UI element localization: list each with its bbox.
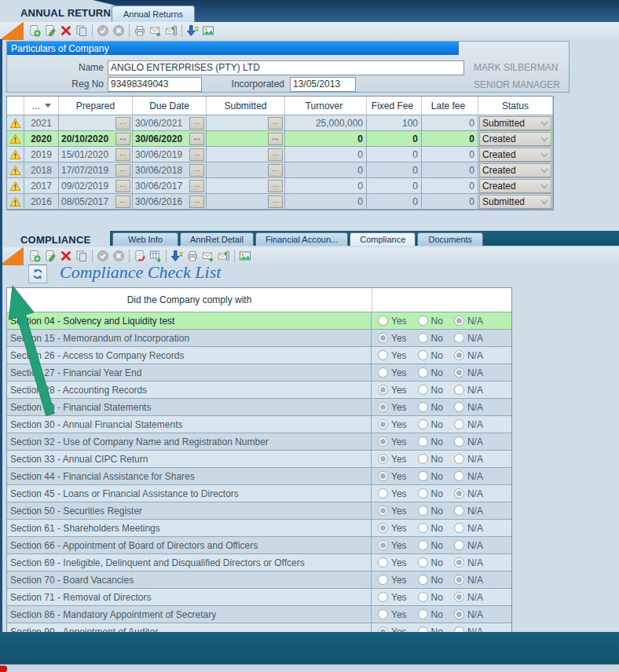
incorporated-field[interactable]: 13/05/2013 [290, 77, 356, 92]
compliance-row[interactable]: Section 33 - Annual CIPC ReturnYesNoN/A [7, 451, 511, 468]
radio-option-na[interactable]: N/A [454, 609, 483, 620]
radio-option-no[interactable]: No [418, 557, 443, 568]
radio-option-na[interactable]: N/A [454, 454, 483, 465]
radio-option-yes[interactable]: Yes [378, 557, 407, 568]
radio-option-no[interactable]: No [418, 333, 443, 344]
tab-documents[interactable]: Documents [417, 232, 483, 246]
ellipsis-button[interactable]: … [115, 133, 130, 145]
radio-option-no[interactable]: No [418, 316, 443, 327]
edit-record-icon[interactable] [42, 249, 58, 264]
prepared-cell[interactable]: 20/10/2020… [59, 131, 133, 147]
ellipsis-button[interactable]: … [115, 117, 130, 130]
column-header-Turnover[interactable]: Turnover [285, 97, 367, 115]
compliance-row[interactable]: Section 15 - Memorandum of Incorporation… [7, 330, 511, 347]
tab-financial-accoun[interactable]: Financial Accoun... [255, 232, 348, 246]
radio-option-no[interactable]: No [418, 471, 443, 482]
radio-option-no[interactable]: No [418, 506, 443, 517]
radio-option-yes[interactable]: Yes [378, 454, 407, 465]
radio-option-yes[interactable]: Yes [378, 592, 407, 603]
radio-option-no[interactable]: No [418, 523, 443, 534]
delete-record-icon[interactable] [58, 24, 74, 38]
radio-option-na[interactable]: N/A [454, 419, 483, 430]
ellipsis-button[interactable]: … [268, 148, 283, 161]
status-dropdown[interactable]: Created [479, 148, 551, 162]
radio-option-na[interactable]: N/A [454, 367, 483, 378]
radio-option-yes[interactable]: Yes [378, 471, 407, 482]
company-name-field[interactable]: ANGLO ENTERPRISES (PTY) LTD [108, 60, 464, 75]
radio-option-na[interactable]: N/A [454, 592, 483, 603]
add-record-icon[interactable] [27, 249, 42, 264]
ellipsis-button[interactable]: … [189, 195, 204, 208]
radio-option-yes[interactable]: Yes [378, 385, 407, 396]
ellipsis-button[interactable]: … [115, 180, 130, 192]
radio-option-yes[interactable]: Yes [378, 316, 407, 327]
column-header-Due Date[interactable]: Due Date [133, 97, 207, 115]
radio-option-yes[interactable]: Yes [378, 333, 407, 344]
compliance-row[interactable]: Section 30 - Annual Financial Statements… [7, 416, 511, 433]
submitted-cell[interactable]: … [207, 115, 285, 131]
status-cell[interactable]: Created [478, 131, 553, 147]
column-header-...[interactable]: ... [24, 97, 59, 115]
copy-record-icon[interactable] [74, 249, 90, 264]
radio-option-yes[interactable]: Yes [378, 436, 407, 447]
radio-option-no[interactable]: No [418, 419, 443, 430]
radio-option-na[interactable]: N/A [454, 506, 483, 517]
ellipsis-button[interactable]: … [268, 180, 283, 192]
due-date-cell[interactable]: 30/06/2021… [133, 115, 207, 131]
add-record-icon[interactable] [27, 24, 42, 38]
annual-return-row-2017[interactable]: 201709/02/2019…30/06/2017……000Created [7, 178, 553, 194]
radio-option-na[interactable]: N/A [454, 557, 483, 568]
radio-option-no[interactable]: No [418, 385, 443, 396]
status-cell[interactable]: Created [478, 163, 553, 178]
submitted-cell[interactable]: … [207, 163, 285, 178]
copy-record-icon[interactable] [74, 24, 90, 38]
tab-web-info[interactable]: Web Info [112, 232, 178, 246]
radio-option-na[interactable]: N/A [454, 402, 483, 413]
due-date-cell[interactable]: 30/06/2020… [133, 131, 207, 147]
due-date-cell[interactable]: 30/06/2016… [133, 194, 207, 210]
radio-option-na[interactable]: N/A [454, 436, 483, 447]
annual-return-row-2018[interactable]: 201817/07/2019…30/06/2018……000Created [7, 163, 553, 178]
radio-option-na[interactable]: N/A [454, 385, 483, 396]
column-header-Submitted[interactable]: Submitted [207, 97, 285, 115]
import-data-icon[interactable] [132, 249, 148, 264]
ellipsis-button[interactable]: … [115, 148, 130, 161]
due-date-cell[interactable]: 30/06/2018… [133, 163, 207, 178]
submitted-cell[interactable]: … [207, 194, 285, 210]
ellipsis-button[interactable]: … [189, 133, 204, 145]
annual-return-row-2016[interactable]: 201608/05/2017…30/06/2016……000Submitted [7, 194, 553, 210]
due-date-cell[interactable]: 30/06/2019… [133, 147, 207, 163]
radio-option-na[interactable]: N/A [454, 471, 483, 482]
tab-annual-returns[interactable]: Annual Returns [112, 5, 195, 22]
status-dropdown[interactable]: Created [479, 179, 551, 193]
radio-option-yes[interactable]: Yes [378, 488, 407, 499]
radio-option-no[interactable]: No [418, 592, 443, 603]
compliance-row[interactable]: Section 50 - Securities RegisterYesNoN/A [7, 502, 511, 520]
print-icon[interactable] [132, 24, 148, 38]
compliance-row[interactable]: Section 32 - Use of Company Name and Reg… [7, 433, 511, 451]
column-header-Prepared[interactable]: Prepared [59, 97, 133, 115]
picture-icon[interactable] [237, 249, 253, 264]
annual-return-row-2020[interactable]: 202020/10/2020…30/06/2020……000Created [7, 131, 553, 147]
radio-option-no[interactable]: No [418, 367, 443, 378]
refresh-button[interactable] [28, 265, 47, 283]
radio-option-yes[interactable]: Yes [378, 523, 407, 534]
tab-compliance[interactable]: Compliance [350, 232, 416, 246]
sort-columns-icon[interactable] [185, 24, 200, 38]
export-grid-icon[interactable] [148, 249, 163, 264]
due-date-cell[interactable]: 30/06/2017… [133, 178, 207, 194]
cancel-icon[interactable] [111, 24, 126, 38]
radio-option-no[interactable]: No [418, 488, 443, 499]
radio-option-no[interactable]: No [418, 540, 443, 551]
radio-option-na[interactable]: N/A [454, 540, 483, 551]
radio-option-yes[interactable]: Yes [378, 609, 407, 620]
compliance-row[interactable]: Section 71 - Removal of DirectorsYesNoN/… [7, 589, 511, 606]
radio-option-na[interactable]: N/A [454, 575, 483, 586]
edit-record-icon[interactable] [42, 24, 58, 38]
ellipsis-button[interactable]: … [268, 133, 283, 145]
ellipsis-button[interactable]: … [189, 164, 204, 177]
compliance-row[interactable]: Section 70 - Board VacanciesYesNoN/A [7, 572, 511, 589]
column-header-icon[interactable] [7, 97, 24, 115]
radio-option-na[interactable]: N/A [454, 523, 483, 534]
radio-option-no[interactable]: No [418, 350, 443, 361]
